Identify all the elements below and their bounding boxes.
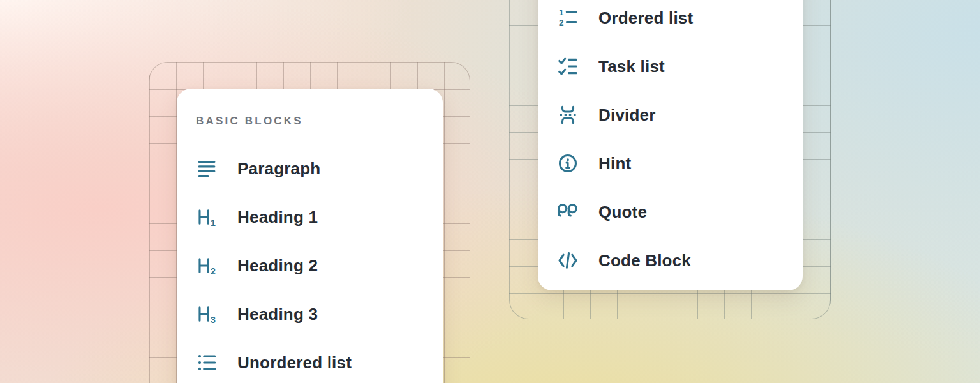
menu-item-label: Ordered list: [598, 8, 693, 28]
menu-item-code-block[interactable]: Code Block: [557, 236, 803, 285]
menu-item-heading-3[interactable]: 3 Heading 3: [196, 290, 443, 338]
gradient-backdrop: BASIC BLOCKS Paragraph 1 Heading 1: [0, 0, 980, 383]
section-label-basic-blocks: BASIC BLOCKS: [196, 116, 443, 127]
menu-item-label: Code Block: [598, 251, 691, 271]
heading-2-icon: 2: [196, 255, 218, 276]
menu-item-paragraph[interactable]: Paragraph: [196, 144, 443, 193]
basic-blocks-menu: BASIC BLOCKS Paragraph 1 Heading 1: [177, 89, 443, 383]
menu-item-label: Paragraph: [237, 159, 320, 179]
menu-item-label: Hint: [598, 154, 631, 174]
svg-text:1: 1: [559, 8, 564, 17]
menu-item-label: Divider: [598, 105, 656, 125]
code-block-icon: [557, 250, 579, 271]
hint-icon: [557, 153, 579, 174]
menu-item-quote[interactable]: Quote: [557, 188, 803, 236]
heading-3-icon: 3: [196, 303, 218, 325]
menu-item-label: Heading 1: [237, 207, 318, 227]
paragraph-icon: [196, 158, 218, 179]
menu-item-label: Heading 2: [237, 256, 318, 276]
ordered-list-icon: 1 2: [557, 7, 579, 29]
quote-icon: [557, 201, 579, 223]
task-list-icon: [557, 56, 579, 77]
more-blocks-menu: 1 2 Ordered list Task list: [538, 0, 803, 290]
menu-item-label: Unordered list: [237, 353, 352, 373]
svg-text:3: 3: [211, 315, 216, 325]
unordered-list-icon: [196, 352, 218, 373]
basic-blocks-list: Paragraph 1 Heading 1 2: [196, 144, 443, 383]
menu-item-divider[interactable]: Divider: [557, 91, 803, 139]
more-blocks-list: 1 2 Ordered list Task list: [557, 0, 803, 285]
menu-item-label: Task list: [598, 57, 665, 77]
svg-text:1: 1: [211, 218, 216, 228]
svg-text:2: 2: [559, 18, 563, 27]
menu-item-label: Heading 3: [237, 304, 318, 324]
menu-item-ordered-list[interactable]: 1 2 Ordered list: [557, 0, 803, 42]
menu-item-label: Quote: [598, 202, 647, 222]
heading-1-icon: 1: [196, 206, 218, 228]
divider-icon: [557, 104, 579, 126]
menu-item-unordered-list[interactable]: Unordered list: [196, 338, 443, 383]
menu-item-hint[interactable]: Hint: [557, 139, 803, 188]
menu-item-heading-2[interactable]: 2 Heading 2: [196, 241, 443, 290]
menu-item-heading-1[interactable]: 1 Heading 1: [196, 193, 443, 241]
menu-item-task-list[interactable]: Task list: [557, 42, 803, 91]
svg-text:2: 2: [211, 266, 216, 276]
